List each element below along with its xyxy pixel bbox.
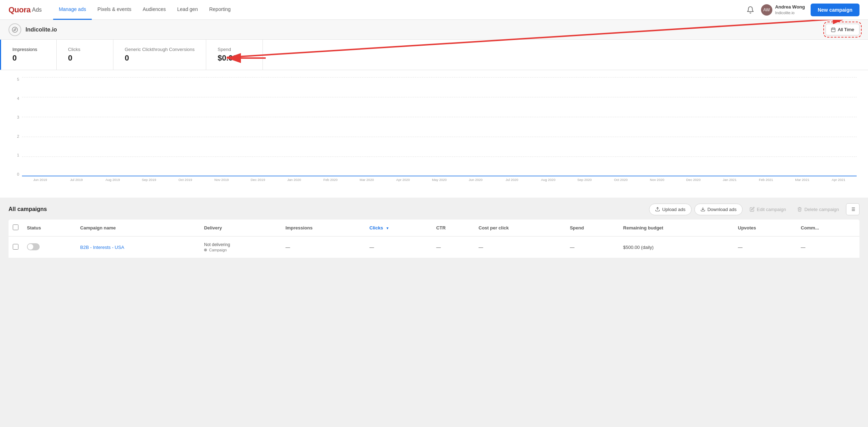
upload-btn-label: Upload ads <box>662 207 686 212</box>
clicks-label: Clicks <box>68 47 102 52</box>
nav-pixels-events[interactable]: Pixels & events <box>92 0 137 20</box>
x-label-13: Jul 2020 <box>494 178 530 182</box>
stat-spend[interactable]: Spend $0.00 <box>206 40 263 70</box>
delivery-sub-text: Campaign <box>209 248 227 252</box>
edit-icon <box>750 207 755 212</box>
header-right: AW Andrea Wong Indicolite.io New campaig… <box>745 4 859 16</box>
th-clicks[interactable]: Clicks ▼ <box>365 220 432 237</box>
th-campaign-name[interactable]: Campaign name <box>76 220 200 237</box>
x-label-2: Aug 2019 <box>95 178 131 182</box>
th-checkbox <box>9 220 23 237</box>
row-comments-cell: — <box>796 237 859 258</box>
x-label-17: Nov 2020 <box>639 178 675 182</box>
delivery-dot-icon <box>204 249 207 251</box>
stats-bar: Impressions 0 Clicks 0 Generic Clickthro… <box>0 40 868 70</box>
svg-point-0 <box>12 27 18 32</box>
nav-lead-gen[interactable]: Lead gen <box>171 0 203 20</box>
th-spend-label: Spend <box>570 225 584 230</box>
stat-impressions[interactable]: Impressions 0 <box>0 40 57 70</box>
row-upvotes-value: — <box>738 245 743 250</box>
edit-btn-label: Edit campaign <box>757 207 786 212</box>
user-company: Indicolite.io <box>775 10 805 15</box>
x-label-10: Apr 2020 <box>385 178 421 182</box>
main-header: Quora Ads Manage ads Pixels & events Aud… <box>0 0 868 20</box>
select-all-checkbox[interactable] <box>13 224 18 230</box>
row-ctr-value: — <box>436 245 441 250</box>
th-clicks-label: Clicks <box>370 225 383 230</box>
columns-settings-button[interactable] <box>846 203 859 215</box>
trash-icon <box>797 207 802 212</box>
chart-container: 5 4 3 2 1 0 Jun 2019 <box>11 77 857 190</box>
x-label-11: May 2020 <box>421 178 457 182</box>
chart-svg <box>22 77 857 176</box>
x-label-4: Oct 2019 <box>167 178 203 182</box>
user-text: Andrea Wong Indicolite.io <box>775 4 805 15</box>
nav-reporting[interactable]: Reporting <box>203 0 236 20</box>
th-ctr[interactable]: CTR <box>432 220 474 237</box>
chart-area: 5 4 3 2 1 0 Jun 2019 <box>0 70 868 198</box>
campaigns-table-wrapper: Status Campaign name Delivery Impression… <box>9 220 859 258</box>
svg-marker-1 <box>14 28 16 30</box>
row-campaign-name-cell[interactable]: B2B - Interests - USA <box>76 237 200 258</box>
edit-campaign-button[interactable]: Edit campaign <box>745 204 790 215</box>
upload-ads-button[interactable]: Upload ads <box>649 204 692 215</box>
row-status-cell <box>23 237 76 258</box>
th-upvotes-label: Upvotes <box>738 225 756 230</box>
date-filter-button[interactable]: All Time <box>825 24 859 35</box>
th-status[interactable]: Status <box>23 220 76 237</box>
delivery-status: Not delivering <box>204 242 277 247</box>
upload-icon <box>655 207 660 212</box>
notification-bell-icon[interactable] <box>745 5 755 15</box>
th-impressions-label: Impressions <box>286 225 313 230</box>
main-nav: Manage ads Pixels & events Audiences Lea… <box>53 0 745 20</box>
x-label-1: Jul 2019 <box>58 178 94 182</box>
x-label-14: Aug 2020 <box>530 178 566 182</box>
chart-inner <box>22 77 857 176</box>
th-status-label: Status <box>27 225 41 230</box>
th-delivery-label: Delivery <box>204 225 222 230</box>
clicks-value: 0 <box>68 53 102 63</box>
x-label-16: Oct 2020 <box>603 178 639 182</box>
campaigns-title: All campaigns <box>9 206 47 212</box>
row-impressions-cell: — <box>281 237 365 258</box>
th-comments[interactable]: Comm... <box>796 220 859 237</box>
spend-label: Spend <box>218 47 251 52</box>
th-cost-per-click[interactable]: Cost per click <box>474 220 566 237</box>
th-remaining-budget[interactable]: Remaining budget <box>619 220 734 237</box>
campaigns-table: Status Campaign name Delivery Impression… <box>9 220 859 258</box>
x-label-9: Mar 2020 <box>349 178 385 182</box>
th-spend[interactable]: Spend <box>565 220 619 237</box>
x-label-22: Apr 2021 <box>821 178 857 182</box>
calendar-icon <box>831 27 836 32</box>
row-budget-cell: $500.00 (daily) <box>619 237 734 258</box>
y-label-2: 2 <box>17 134 19 138</box>
download-icon <box>700 207 705 212</box>
stat-clicks[interactable]: Clicks 0 <box>57 40 113 70</box>
campaign-toggle[interactable] <box>27 243 40 250</box>
campaign-name-text: B2B - Interests - USA <box>80 245 124 250</box>
y-label-5: 5 <box>17 77 19 81</box>
th-upvotes[interactable]: Upvotes <box>734 220 797 237</box>
y-label-4: 4 <box>17 96 19 101</box>
columns-icon <box>850 206 856 212</box>
x-label-20: Feb 2021 <box>748 178 784 182</box>
download-ads-button[interactable]: Download ads <box>694 204 743 215</box>
delete-campaign-button[interactable]: Delete campaign <box>793 204 843 215</box>
conversions-label: Generic Clickthrough Conversions <box>125 47 195 52</box>
new-campaign-button[interactable]: New campaign <box>811 4 859 16</box>
stat-conversions[interactable]: Generic Clickthrough Conversions 0 <box>113 40 206 70</box>
y-label-0: 0 <box>17 172 19 176</box>
user-profile[interactable]: AW Andrea Wong Indicolite.io <box>761 4 805 16</box>
ads-logo-text: Ads <box>32 7 42 13</box>
th-delivery[interactable]: Delivery <box>200 220 281 237</box>
th-impressions[interactable]: Impressions <box>281 220 365 237</box>
row-clicks-cell: — <box>365 237 432 258</box>
x-label-15: Sep 2020 <box>567 178 603 182</box>
impressions-value: 0 <box>12 53 45 63</box>
nav-audiences[interactable]: Audiences <box>137 0 171 20</box>
account-info: Indicolite.io <box>9 23 57 36</box>
row-spend-value: — <box>570 245 574 250</box>
nav-manage-ads[interactable]: Manage ads <box>53 0 92 20</box>
row-cpc-value: — <box>479 245 483 250</box>
row-checkbox[interactable] <box>13 244 18 250</box>
